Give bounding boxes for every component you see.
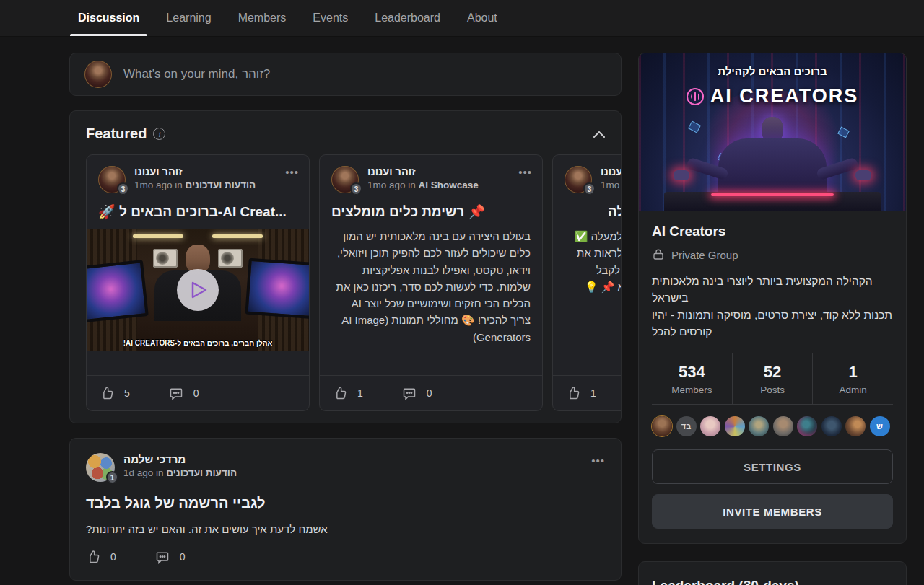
tab-about[interactable]: About	[459, 0, 505, 36]
post-body: רוצים להבין איך הכל עובד פה? למעלה ✅ תוכ…	[553, 228, 621, 375]
posts-label: Posts	[733, 384, 813, 395]
post-meta: 1mo ago in AI Showcase	[367, 180, 479, 190]
leaderboard-title: Leaderboard (30-days)	[652, 578, 893, 585]
privacy-label: Private Group	[671, 249, 738, 261]
thumb-decor	[87, 260, 149, 323]
like-icon[interactable]	[566, 386, 580, 400]
invite-members-button[interactable]: INVITE MEMBERS	[652, 494, 893, 529]
post-body: בעולם היצירה עם בינה מלאכותית יש המון כל…	[320, 228, 542, 375]
video-caption: אהלן חברים, ברוכים הבאים ל-AI CREATORS!	[87, 339, 309, 347]
group-description-line: תכנות ללא קוד, יצירת סרטים, מוסיקה ותמונ…	[652, 307, 893, 340]
post-meta: 1mo ago in הודעות ועדכונים	[134, 180, 256, 190]
member-avatar[interactable]	[700, 416, 720, 436]
banner-title: AI CREATORS	[639, 85, 906, 107]
banner-title-text: AI CREATORS	[710, 85, 859, 107]
category-link[interactable]: הודעות ועדכונים	[166, 467, 237, 478]
member-avatar[interactable]	[652, 416, 672, 436]
post-title[interactable]: 📌 איך להשתמש בקהילה	[553, 203, 621, 220]
thumb-decor	[245, 258, 309, 320]
featured-section: Featured i 3 זוהר וענונו	[69, 110, 622, 423]
chevron-up-icon[interactable]	[593, 128, 605, 141]
like-count: 0	[110, 551, 116, 563]
kebab-menu-icon[interactable]: •••	[591, 454, 605, 467]
author-name[interactable]: מרדכי שלמה	[123, 453, 237, 465]
post-title[interactable]: 🚀 ברוכים הבאים ל-AI Creat...	[87, 203, 309, 220]
member-avatar-row: בד ש	[652, 416, 893, 436]
like-icon[interactable]	[86, 550, 100, 564]
tab-discussion[interactable]: Discussion	[70, 0, 147, 36]
group-name: AI Creators	[652, 224, 893, 239]
post-title[interactable]: רשימת כלים מומלצים 📌	[320, 203, 542, 220]
top-navigation: Discussion Learning Members Events Leade…	[0, 0, 924, 37]
video-thumbnail[interactable]: אהלן חברים, ברוכים הבאים ל-AI CREATORS!	[87, 229, 309, 351]
comment-count: 0	[180, 551, 186, 563]
comment-icon[interactable]	[402, 386, 417, 400]
posts-count: 52	[733, 363, 813, 382]
comment-icon[interactable]	[155, 550, 170, 564]
post-meta: 1mo ago in הודעות ועדכונים	[601, 180, 621, 190]
tab-leaderboard[interactable]: Leaderboard	[367, 0, 448, 36]
featured-post-welcome[interactable]: 3 זוהר וענונו 1mo ago in הודעות ועדכונים…	[86, 154, 310, 411]
banner-welcome-text: ברוכים הבאים לקהילת	[639, 65, 906, 77]
leaderboard-card: Leaderboard (30-days)	[638, 561, 907, 585]
lock-icon	[652, 248, 665, 261]
author-name[interactable]: זוהר וענונו	[134, 166, 256, 177]
comment-icon[interactable]	[169, 386, 183, 400]
category-link[interactable]: הודעות ועדכונים	[186, 180, 256, 190]
group-sidebar: ברוכים הבאים לקהילת AI CREATORS AI Creat…	[638, 37, 907, 585]
like-icon[interactable]	[333, 386, 347, 400]
featured-post-guide[interactable]: 3 זוהר וענונו 1mo ago in הודעות ועדכונים…	[552, 154, 621, 411]
member-avatar[interactable]	[845, 416, 866, 436]
like-count: 1	[357, 387, 363, 399]
member-avatar[interactable]: ש	[870, 416, 890, 436]
banner-decor	[711, 193, 834, 196]
post-title[interactable]: לגביי הרשמה של גוגל בלבד	[86, 495, 605, 511]
banner-figure	[689, 117, 855, 195]
featured-carousel[interactable]: 3 זוהר וענונו 1mo ago in הודעות ועדכונים…	[86, 154, 621, 411]
stat-members: 534 Members	[652, 353, 732, 404]
tab-members[interactable]: Members	[230, 0, 295, 36]
stat-admins: 1 Admin	[812, 353, 893, 404]
stat-posts: 52 Posts	[732, 353, 813, 404]
member-avatar[interactable]: בד	[676, 416, 697, 436]
post-composer[interactable]: What's on your mind, זוהר?	[69, 53, 622, 96]
members-count: 534	[652, 363, 732, 382]
timestamp: 1mo ago in	[367, 180, 416, 190]
featured-post-tools[interactable]: 3 זוהר וענונו 1mo ago in AI Showcase •••…	[319, 154, 543, 411]
category-link[interactable]: AI Showcase	[419, 180, 479, 190]
settings-button[interactable]: SETTINGS	[652, 449, 893, 484]
brain-icon	[687, 88, 704, 105]
feed-column: What's on your mind, זוהר? Featured i 3	[69, 37, 622, 585]
member-avatar[interactable]	[749, 416, 769, 436]
thumb-decor	[212, 234, 263, 238]
current-user-avatar	[84, 61, 112, 88]
like-count: 5	[124, 387, 130, 399]
comment-count: 0	[193, 387, 199, 399]
group-banner: ברוכים הבאים לקהילת AI CREATORS	[639, 53, 906, 211]
tab-learning[interactable]: Learning	[158, 0, 219, 36]
tab-events[interactable]: Events	[305, 0, 356, 36]
kebab-menu-icon[interactable]: •••	[518, 166, 532, 178]
timestamp: 1mo ago in	[134, 180, 183, 190]
members-label: Members	[652, 384, 732, 395]
admins-label: Admin	[813, 384, 893, 395]
level-badge: 3	[350, 182, 362, 195]
like-count: 1	[590, 387, 596, 399]
comment-count: 0	[427, 387, 432, 399]
kebab-menu-icon[interactable]: •••	[285, 166, 299, 178]
post-meta: 1d ago in הודעות ועדכונים	[123, 467, 237, 478]
member-avatar[interactable]	[797, 416, 817, 436]
info-icon[interactable]: i	[153, 128, 165, 140]
member-avatar[interactable]	[773, 416, 793, 436]
timestamp: 1mo ago in	[601, 180, 621, 190]
like-icon[interactable]	[100, 386, 114, 400]
author-name[interactable]: זוהר וענונו	[367, 166, 479, 177]
post-body: אשמח לדעת איך עושים את זה. והאם יש בזה י…	[86, 523, 605, 535]
member-avatar[interactable]	[725, 416, 745, 436]
feed-post[interactable]: 1 מרדכי שלמה 1d ago in הודעות ועדכונים •…	[69, 438, 622, 581]
play-icon[interactable]	[177, 269, 219, 311]
timestamp: 1d ago in	[123, 467, 164, 478]
featured-title: Featured	[86, 126, 147, 142]
author-name[interactable]: זוהר וענונו	[601, 166, 621, 177]
member-avatar[interactable]	[821, 416, 842, 436]
